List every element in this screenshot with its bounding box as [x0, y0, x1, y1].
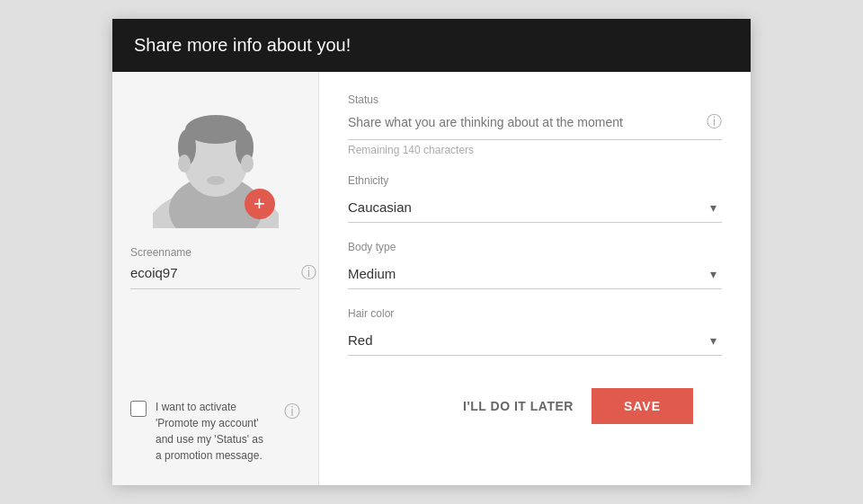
promote-checkbox[interactable]: [130, 401, 147, 417]
avatar-container: +: [153, 93, 279, 228]
hair-color-label: Hair color: [348, 307, 722, 320]
add-photo-button[interactable]: +: [245, 189, 275, 219]
modal-header: Share more info about you!: [112, 19, 751, 72]
screenname-label: Screenname: [130, 246, 300, 259]
ethnicity-select-wrapper: CaucasianAfricanAsianHispanicOther ▾: [348, 192, 722, 223]
body-type-field-group: Body type SlimMediumAthleticHeavy ▾: [348, 241, 722, 289]
ethnicity-field-group: Ethnicity CaucasianAfricanAsianHispanicO…: [348, 174, 722, 223]
save-button[interactable]: SAVE: [592, 388, 693, 424]
hair-color-select[interactable]: BlackBrownBlondeRedGrayOther: [348, 325, 722, 355]
status-label: Status: [348, 93, 722, 106]
svg-point-7: [178, 155, 191, 172]
svg-point-8: [241, 155, 254, 172]
promote-checkbox-wrapper[interactable]: [130, 401, 147, 420]
body-type-select[interactable]: SlimMediumAthleticHeavy: [348, 259, 722, 288]
hair-color-field-group: Hair color BlackBrownBlondeRedGrayOther …: [348, 307, 722, 356]
char-remaining: Remaining 140 characters: [348, 144, 722, 156]
promote-label: I want to activate 'Promote my account' …: [156, 399, 271, 464]
modal-footer: I'LL DO IT LATER SAVE: [348, 374, 722, 442]
status-input[interactable]: [348, 115, 707, 129]
status-field-group: Status ⓘ Remaining 140 characters: [348, 93, 722, 156]
promote-section: I want to activate 'Promote my account' …: [130, 399, 300, 464]
later-button[interactable]: I'LL DO IT LATER: [463, 399, 574, 413]
right-panel: Status ⓘ Remaining 140 characters Ethnic…: [319, 72, 751, 485]
ethnicity-label: Ethnicity: [348, 174, 722, 187]
body-type-select-wrapper: SlimMediumAthleticHeavy ▾: [348, 259, 722, 289]
promote-help-icon[interactable]: ⓘ: [284, 401, 300, 422]
modal-body: + Screenname ⓘ I want to activate 'Promo…: [112, 72, 751, 485]
left-panel: + Screenname ⓘ I want to activate 'Promo…: [112, 72, 319, 485]
screenname-section: Screenname ⓘ: [130, 246, 300, 289]
screenname-input[interactable]: [130, 265, 301, 280]
ethnicity-select[interactable]: CaucasianAfricanAsianHispanicOther: [348, 192, 722, 222]
body-type-label: Body type: [348, 241, 722, 253]
modal-title: Share more info about you!: [134, 35, 729, 56]
screenname-field: ⓘ: [130, 262, 300, 289]
status-input-wrapper: ⓘ: [348, 111, 722, 140]
profile-modal: Share more info about you!: [112, 19, 751, 485]
screenname-info-icon[interactable]: ⓘ: [301, 262, 316, 283]
svg-point-9: [207, 176, 225, 185]
status-info-icon[interactable]: ⓘ: [707, 111, 722, 132]
hair-color-select-wrapper: BlackBrownBlondeRedGrayOther ▾: [348, 325, 722, 356]
